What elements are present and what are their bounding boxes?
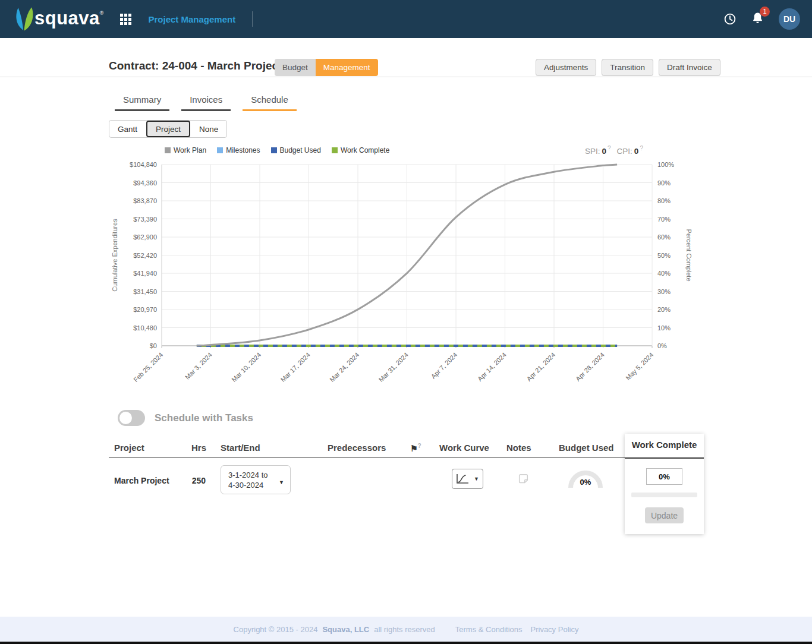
legend-label: Work Plan xyxy=(174,146,206,154)
rights-text: all rights reserved xyxy=(374,625,435,634)
col-hrs: Hrs xyxy=(191,443,206,453)
start-end-dropdown[interactable]: 3-1-2024 to 4-30-2024 ▼ xyxy=(221,465,291,494)
terms-link[interactable]: Terms & Conditions xyxy=(455,625,523,634)
col-flag: ⚑? xyxy=(410,443,421,453)
project-management-link[interactable]: Project Management xyxy=(148,14,235,24)
legend-swatch xyxy=(271,147,277,153)
header-divider xyxy=(0,77,812,77)
leaf-logo-icon xyxy=(14,7,34,31)
svg-text:100%: 100% xyxy=(657,161,674,168)
brand-logo[interactable]: squava ® xyxy=(14,7,103,31)
svg-text:Apr 21, 2024: Apr 21, 2024 xyxy=(525,351,556,383)
svg-text:$31,450: $31,450 xyxy=(133,288,157,295)
user-avatar[interactable]: DU xyxy=(779,8,800,30)
s-curve-icon xyxy=(455,472,470,485)
spi-value: 0 xyxy=(602,147,607,156)
section-tabs: Summary Invoices Schedule xyxy=(115,91,297,111)
svg-text:Mar 31, 2024: Mar 31, 2024 xyxy=(377,351,410,383)
clock-icon[interactable] xyxy=(723,12,737,26)
col-work-complete: Work Complete xyxy=(625,440,704,450)
schedule-with-tasks-toggle[interactable] xyxy=(118,410,145,426)
top-navbar: squava ® Project Management 1 DU xyxy=(0,0,812,38)
notifications-button[interactable]: 1 xyxy=(751,11,764,27)
svg-text:50%: 50% xyxy=(657,252,671,259)
svg-text:$41,940: $41,940 xyxy=(133,270,157,277)
flag-help-icon[interactable]: ? xyxy=(418,443,421,449)
spi-help-icon[interactable]: ? xyxy=(608,145,611,151)
nav-divider xyxy=(252,11,253,27)
draft-invoice-button[interactable]: Draft Invoice xyxy=(659,59,720,76)
update-button[interactable]: Update xyxy=(645,507,684,523)
svg-text:30%: 30% xyxy=(657,288,671,295)
chart-view-switch: Gantt Project None xyxy=(109,120,227,138)
view-gantt-button[interactable]: Gantt xyxy=(109,121,146,137)
tab-schedule[interactable]: Schedule xyxy=(243,91,297,111)
svg-text:Feb 25, 2024: Feb 25, 2024 xyxy=(132,351,164,383)
svg-text:40%: 40% xyxy=(657,270,671,277)
row-hours: 250 xyxy=(185,476,206,485)
svg-text:$52,420: $52,420 xyxy=(133,252,157,259)
svg-text:$62,900: $62,900 xyxy=(133,233,157,241)
privacy-link[interactable]: Privacy Policy xyxy=(531,625,579,634)
svg-text:$73,390: $73,390 xyxy=(133,216,157,223)
bottom-bar xyxy=(0,642,812,644)
legend-item-budget-used[interactable]: Budget Used xyxy=(271,146,321,154)
svg-text:60%: 60% xyxy=(657,233,671,241)
app-grid-icon[interactable] xyxy=(120,14,131,25)
svg-text:Cumulative Expenditures: Cumulative Expenditures xyxy=(111,219,118,292)
svg-text:$94,360: $94,360 xyxy=(133,179,157,187)
cpi-value: 0 xyxy=(634,147,639,156)
header-actions: Adjustments Transition Draft Invoice xyxy=(536,59,720,76)
transition-button[interactable]: Transition xyxy=(602,59,653,76)
legend-item-work-complete[interactable]: Work Complete xyxy=(332,146,389,154)
budget-button[interactable]: Budget xyxy=(275,59,316,76)
schedule-with-tasks-label: Schedule with Tasks xyxy=(155,412,253,424)
row-project-name: March Project xyxy=(114,476,169,485)
page-title: Contract: 24-004 - March Project xyxy=(109,59,282,72)
legend-swatch xyxy=(165,147,171,153)
svg-text:Mar 3, 2024: Mar 3, 2024 xyxy=(184,351,213,381)
budget-management-segmented-control: Budget Management xyxy=(275,59,378,76)
legend-label: Budget Used xyxy=(280,146,321,154)
tab-invoices[interactable]: Invoices xyxy=(181,91,231,111)
tab-summary[interactable]: Summary xyxy=(115,91,169,111)
notification-count-badge: 1 xyxy=(760,7,770,17)
work-complete-input[interactable] xyxy=(646,468,682,485)
svg-text:$0: $0 xyxy=(150,342,157,349)
legend-item-work-plan[interactable]: Work Plan xyxy=(165,146,206,154)
work-curve-dropdown[interactable]: ▼ xyxy=(452,469,483,489)
svg-text:Mar 17, 2024: Mar 17, 2024 xyxy=(279,351,311,383)
cpi-label: CPI: xyxy=(617,147,632,156)
adjustments-button[interactable]: Adjustments xyxy=(536,59,596,76)
company-name: Squava, LLC xyxy=(322,625,369,634)
svg-text:$20,970: $20,970 xyxy=(133,306,157,313)
copyright-text: Copyright © 2015 - 2024 xyxy=(234,625,318,634)
flag-icon: ⚑ xyxy=(410,444,418,453)
view-project-button[interactable]: Project xyxy=(146,121,190,137)
notes-icon[interactable] xyxy=(517,472,530,487)
cpi-help-icon[interactable]: ? xyxy=(640,145,643,151)
caret-down-icon: ▼ xyxy=(279,478,284,488)
work-complete-panel: Work Complete Update xyxy=(625,434,704,534)
management-button[interactable]: Management xyxy=(316,59,378,76)
brand-registered-mark: ® xyxy=(100,10,104,16)
svg-text:0%: 0% xyxy=(657,342,667,349)
view-none-button[interactable]: None xyxy=(191,121,226,137)
svg-text:90%: 90% xyxy=(657,179,671,187)
svg-text:Mar 24, 2024: Mar 24, 2024 xyxy=(328,351,360,383)
svg-text:Apr 7, 2024: Apr 7, 2024 xyxy=(430,351,459,380)
col-budget-used: Budget Used xyxy=(559,443,614,453)
col-predecessors: Predecessors xyxy=(328,443,386,453)
chart-legend: Work PlanMilestonesBudget UsedWork Compl… xyxy=(165,146,389,154)
svg-text:Mar 10, 2024: Mar 10, 2024 xyxy=(230,351,262,383)
svg-text:$104,840: $104,840 xyxy=(130,161,157,168)
col-work-curve: Work Curve xyxy=(439,443,489,453)
caret-down-icon: ▼ xyxy=(474,476,479,482)
brand-name: squava xyxy=(34,7,100,30)
toggle-knob xyxy=(119,412,132,424)
spi-cpi-metrics: SPI:0?CPI:0? xyxy=(585,145,649,156)
svg-text:Apr 14, 2024: Apr 14, 2024 xyxy=(476,351,508,383)
legend-item-milestones[interactable]: Milestones xyxy=(217,146,260,154)
page-footer: Copyright © 2015 - 2024 Squava, LLC all … xyxy=(0,617,812,642)
col-project: Project xyxy=(114,443,144,453)
